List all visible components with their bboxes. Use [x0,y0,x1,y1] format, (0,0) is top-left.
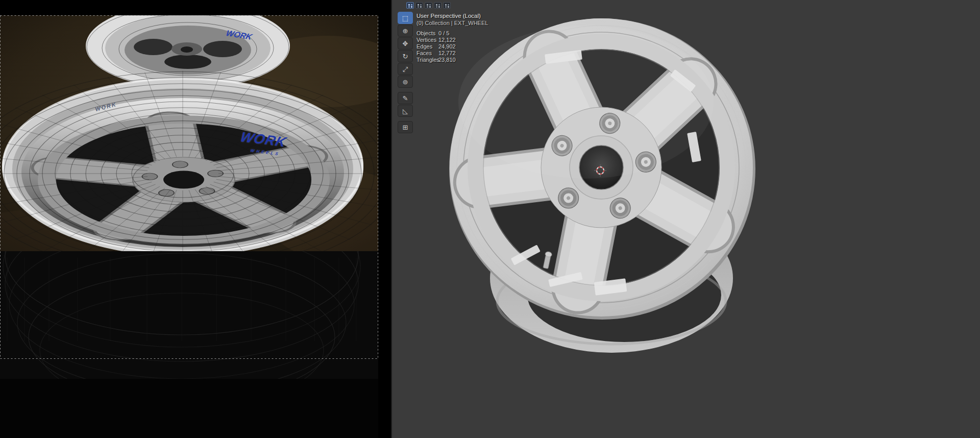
collection-label: (0) Collection | EXT_WHEEL [416,19,488,27]
header-widget-icon[interactable] [406,2,414,9]
tool-select-box-button[interactable]: ⬚ [398,12,413,24]
scale-icon: ⤢ [403,66,408,72]
tool-measure-button[interactable]: ◺ [398,105,413,117]
view-mode-label: User Perspective (Local) [416,12,488,19]
tool-shelf: ⬚ ⊕ ✥ ↻ ⤢ ⊚ ✎ ◺ ⊞ [398,12,413,134]
tool-transform-button[interactable]: ⊚ [398,76,413,88]
header-widget-icon[interactable] [415,2,423,9]
left-viewport[interactable]: WORK WORK WORK WHEELS [0,0,391,438]
tool-rotate-button[interactable]: ↻ [398,50,413,62]
stat-row-faces: Faces 12,772 [416,50,456,57]
transform-icon: ⊚ [403,79,408,85]
stat-row-objects: Objects 0 / 5 [416,30,456,37]
tool-add-cube-button[interactable]: ⊞ [398,121,413,133]
tool-cursor-button[interactable]: ⊕ [398,25,413,37]
reference-top-wheel [86,3,290,89]
reference-canvas[interactable] [0,0,391,438]
annotate-icon: ✎ [403,95,408,102]
viewport-info-overlay: User Perspective (Local) (0) Collection … [416,12,488,27]
header-widget-icon[interactable] [425,2,432,9]
rotate-icon: ↻ [403,53,408,60]
work-logo-main: WORK WHEELS [235,130,288,161]
render-canvas[interactable] [392,0,980,438]
app-window: WORK WORK WORK WHEELS [0,0,980,438]
header-widget-icon[interactable] [443,2,451,9]
move-icon: ✥ [403,40,408,47]
select-box-icon: ⬚ [402,15,408,21]
stat-row-vertices: Vertices 12,122 [416,37,456,43]
header-widget-icon[interactable] [434,2,442,9]
stat-row-edges: Edges 24,902 [416,43,456,50]
viewport-header-widgets [406,2,451,9]
add-cube-icon: ⊞ [403,124,408,131]
tool-annotate-button[interactable]: ✎ [398,92,413,104]
cursor-tool-icon: ⊕ [403,28,408,34]
tool-move-button[interactable]: ✥ [398,37,413,50]
right-viewport[interactable]: ⬚ ⊕ ✥ ↻ ⤢ ⊚ ✎ ◺ ⊞ User Perspective (Loca… [391,0,980,438]
statistics-overlay: Objects 0 / 5 Vertices 12,122 Edges 24,9… [416,30,456,63]
measure-icon: ◺ [403,108,408,114]
stat-row-triangles: Triangles 23,810 [416,57,456,63]
tool-scale-button[interactable]: ⤢ [398,63,413,75]
